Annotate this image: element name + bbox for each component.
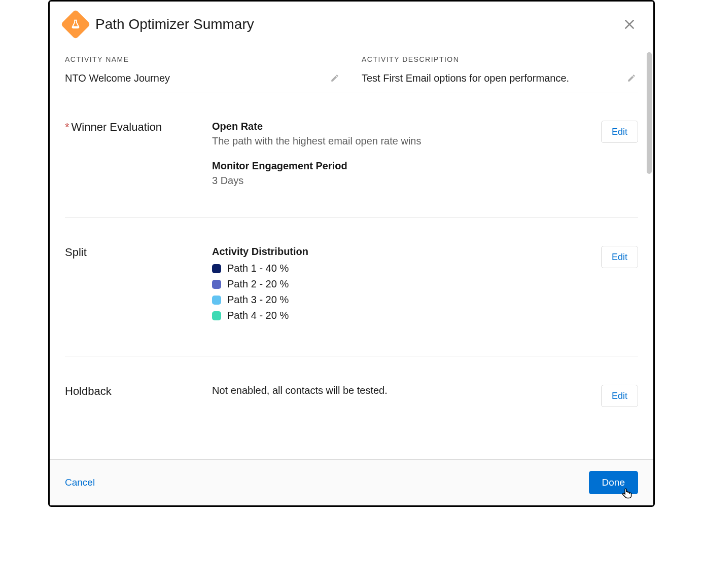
winner-metric-desc: The path with the highest email open rat… <box>212 135 421 146</box>
edit-split-button[interactable]: Edit <box>601 246 638 268</box>
path-label: Path 3 - 20 % <box>227 294 289 306</box>
modal-title: Path Optimizer Summary <box>95 16 621 32</box>
section-content: Open Rate The path with the highest emai… <box>212 121 582 187</box>
winner-evaluation-section: *Winner Evaluation Open Rate The path wi… <box>65 92 638 217</box>
path-label: Path 4 - 20 % <box>227 310 289 321</box>
modal-footer: Cancel Done <box>50 459 653 505</box>
section-label: Holdback <box>65 385 212 407</box>
path-list: Path 1 - 40 %Path 2 - 20 %Path 3 - 20 %P… <box>212 263 582 321</box>
flask-icon <box>60 9 90 39</box>
cancel-button[interactable]: Cancel <box>65 477 95 488</box>
path-item: Path 4 - 20 % <box>212 310 582 321</box>
section-content: Activity Distribution Path 1 - 40 %Path … <box>212 246 582 325</box>
modal-body: ACTIVITY NAME NTO Welcome Journey ACTIVI… <box>50 43 653 459</box>
activity-name-label: ACTIVITY NAME <box>65 55 341 63</box>
holdback-section: Holdback Not enabled, all contacts will … <box>65 356 638 417</box>
modal-header: Path Optimizer Summary <box>50 2 653 43</box>
split-section: Split Activity Distribution Path 1 - 40 … <box>65 217 638 356</box>
color-swatch-icon <box>212 311 221 320</box>
color-swatch-icon <box>212 296 221 305</box>
color-swatch-icon <box>212 264 221 273</box>
activity-desc-block: ACTIVITY DESCRIPTION Test First Email op… <box>362 55 638 91</box>
monitor-period-title: Monitor Engagement Period <box>212 160 582 172</box>
activity-distribution-title: Activity Distribution <box>212 246 308 257</box>
section-label: Split <box>65 246 212 325</box>
activity-name-value: NTO Welcome Journey <box>65 72 170 84</box>
monitor-period-value: 3 Days <box>212 175 243 186</box>
activity-desc-value: Test First Email options for open perfor… <box>362 72 569 84</box>
edit-holdback-button[interactable]: Edit <box>601 385 638 407</box>
activity-desc-label: ACTIVITY DESCRIPTION <box>362 55 638 63</box>
color-swatch-icon <box>212 280 221 289</box>
path-item: Path 1 - 40 % <box>212 263 582 274</box>
path-item: Path 2 - 20 % <box>212 278 582 290</box>
path-item: Path 3 - 20 % <box>212 294 582 306</box>
path-optimizer-summary-modal: Path Optimizer Summary ACTIVITY NAME NTO… <box>48 0 655 507</box>
meta-row: ACTIVITY NAME NTO Welcome Journey ACTIVI… <box>65 55 638 91</box>
pencil-icon[interactable] <box>625 71 638 85</box>
close-icon[interactable] <box>621 16 638 33</box>
pencil-icon[interactable] <box>328 71 341 85</box>
required-star-icon: * <box>65 121 69 133</box>
section-label: *Winner Evaluation <box>65 121 212 187</box>
edit-winner-button[interactable]: Edit <box>601 121 638 143</box>
activity-name-block: ACTIVITY NAME NTO Welcome Journey <box>65 55 341 91</box>
path-label: Path 2 - 20 % <box>227 278 289 290</box>
path-label: Path 1 - 40 % <box>227 263 289 274</box>
done-button[interactable]: Done <box>589 471 638 494</box>
holdback-value: Not enabled, all contacts will be tested… <box>212 385 582 407</box>
winner-metric-title: Open Rate <box>212 121 582 132</box>
